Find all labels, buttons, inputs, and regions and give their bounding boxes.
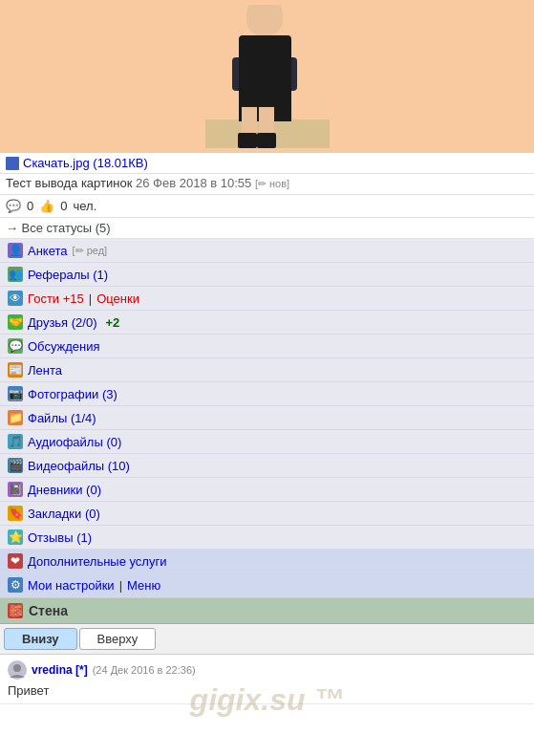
post-title: Тест вывода картинок (6, 176, 132, 190)
bookmarks-icon: 🔖 (8, 506, 23, 521)
friends-label: Друзья (2/0) (28, 315, 97, 330)
diaries-label: Дневники (0) (28, 483, 101, 497)
wall-post-avatar (8, 660, 27, 680)
audio-icon: 🎵 (8, 434, 23, 449)
anketa-icon: 👤 (8, 243, 23, 258)
wall-header: 🧱 Стена (0, 598, 534, 624)
video-icon: 🎬 (8, 458, 23, 473)
video-label: Видеофайлы (10) (28, 459, 130, 473)
file-icon (6, 157, 19, 170)
reviews-label: Отзывы (1) (28, 530, 92, 545)
friends-icon: 🤝 (8, 314, 23, 330)
menu-item-audio[interactable]: 🎵 Аудиофайлы (0) (0, 430, 534, 454)
audio-label: Аудиофайлы (0) (28, 435, 121, 449)
menu-item-diaries[interactable]: 📓 Дневники (0) (0, 478, 534, 502)
post-title-row: Тест вывода картинок 26 Фев 2018 в 10:55… (0, 174, 534, 195)
post-image (205, 5, 330, 148)
menu-item-friends[interactable]: 🤝 Друзья (2/0) +2 (0, 311, 534, 335)
like-count: 0 (60, 199, 67, 213)
post-date: 26 Фев 2018 в 10:55 (136, 176, 251, 190)
guests-separator: | (89, 292, 92, 306)
menu-link-label: Меню (127, 578, 160, 593)
services-label: Дополнительные услуги (28, 554, 166, 569)
wall-post-username[interactable]: vredina [*] (32, 663, 88, 677)
post-image-area (0, 0, 534, 153)
people-count: чел. (73, 199, 96, 213)
bookmarks-label: Закладки (0) (28, 507, 100, 521)
all-statuses-row[interactable]: → Все статусы (5) (0, 218, 534, 239)
menu-item-video[interactable]: 🎬 Видеофайлы (10) (0, 454, 534, 478)
wall-nav-top-btn[interactable]: Вверху (79, 628, 157, 650)
menu-item-settings[interactable]: ⚙ Мои настройки | Меню (0, 573, 534, 597)
diary-icon: 📓 (8, 482, 23, 497)
settings-icon: ⚙ (8, 577, 23, 593)
guests-icon: 👁 (8, 291, 23, 306)
menu-item-referrals[interactable]: 👥 Рефералы (1) (0, 263, 534, 287)
wall-nav: Внизу Вверху (0, 624, 534, 655)
comment-icon: 💬 (6, 199, 21, 213)
menu-item-anketa[interactable]: 👤 Анкета [✏ ред] (0, 239, 534, 263)
edit-icon: [✏ нов] (255, 178, 289, 189)
download-link[interactable]: Скачать.jpg (18.01КВ) (23, 156, 148, 170)
feed-icon: 📰 (8, 362, 23, 378)
photos-label: Фотографии (3) (28, 387, 117, 401)
files-icon: 📁 (8, 410, 23, 425)
ratings-label: Оценки (96, 292, 139, 306)
referrals-label: Рефералы (1) (28, 268, 108, 282)
menu-item-discussions[interactable]: 💬 Обсуждения (0, 335, 534, 358)
feed-label: Лента (28, 363, 62, 378)
wall-nav-bottom-btn[interactable]: Внизу (4, 628, 77, 650)
comment-count: 0 (27, 199, 33, 213)
anketa-edit: [✏ ред] (73, 245, 108, 257)
download-row: Скачать.jpg (18.01КВ) (0, 153, 534, 174)
stats-row: 💬 0 👍 0 чел. (0, 195, 534, 218)
menu-section: 👤 Анкета [✏ ред] 👥 Рефералы (1) 👁 Гости … (0, 239, 534, 598)
menu-item-reviews[interactable]: ⭐ Отзывы (1) (0, 526, 534, 550)
photos-icon: 📷 (8, 386, 23, 401)
menu-item-services[interactable]: ❤ Дополнительные услуги (0, 550, 534, 573)
menu-item-photos[interactable]: 📷 Фотографии (3) (0, 382, 534, 406)
like-icon: 👍 (39, 199, 54, 213)
wall-icon: 🧱 (8, 603, 23, 618)
menu-item-guests[interactable]: 👁 Гости +15 | Оценки (0, 287, 534, 311)
files-label: Файлы (1/4) (28, 411, 96, 425)
wall-post-header: vredina [*] (24 Дек 2016 в 22:36) (8, 660, 526, 680)
wall-post: vredina [*] (24 Дек 2016 в 22:36) Привет (0, 655, 534, 704)
all-statuses-link[interactable]: → Все статусы (5) (6, 221, 111, 235)
friends-plus: +2 (106, 315, 120, 330)
discussions-label: Обсуждения (28, 339, 100, 354)
reviews-icon: ⭐ (8, 529, 23, 545)
menu-item-files[interactable]: 📁 Файлы (1/4) (0, 406, 534, 430)
wall-title: Стена (29, 603, 68, 618)
settings-label: Мои настройки (28, 578, 115, 593)
guests-label: Гости +15 (28, 292, 84, 306)
settings-separator: | (119, 578, 122, 593)
wall-post-text: Привет (8, 683, 526, 698)
wall-post-date: (24 Дек 2016 в 22:36) (93, 664, 196, 676)
menu-item-bookmarks[interactable]: 🔖 Закладки (0) (0, 502, 534, 526)
services-icon: ❤ (8, 553, 23, 569)
post-new-badge: нов (269, 178, 287, 189)
anketa-label: Анкета (28, 244, 68, 258)
menu-item-feed[interactable]: 📰 Лента (0, 358, 534, 382)
svg-point-0 (13, 664, 21, 672)
referral-icon: 👥 (8, 267, 23, 282)
discuss-icon: 💬 (8, 338, 23, 354)
